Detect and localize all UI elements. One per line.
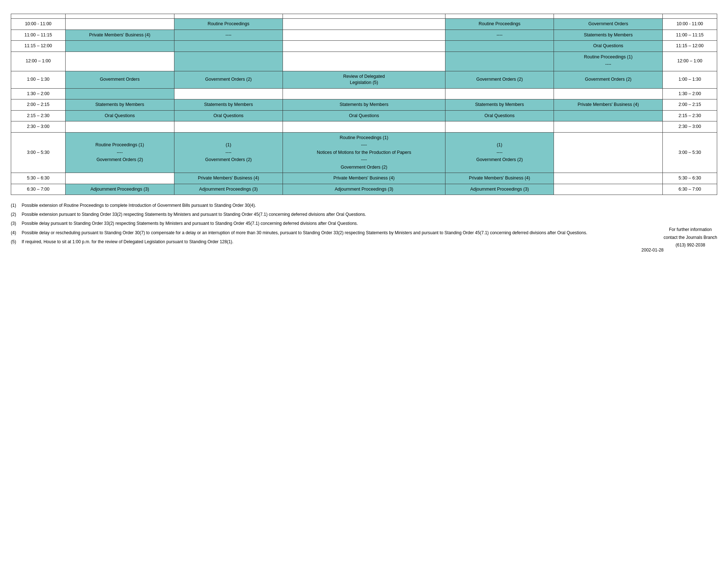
footnote-item: (4)Possible delay or rescheduling pursua…	[11, 230, 717, 236]
cell-line: (1)	[177, 142, 280, 148]
footnote-text: Possible delay or rescheduling pursuant …	[22, 230, 717, 236]
cell-line: ----	[286, 142, 442, 148]
footnote-item: (5)If required, House to sit at 1:00 p.m…	[11, 239, 717, 245]
cell-line: Routine Proceedings (1)	[286, 135, 442, 141]
footnote-number: (4)	[11, 230, 22, 236]
table-row: 3:00 – 5:30Routine Proceedings (1)----Go…	[11, 132, 717, 173]
footnote-text: Possible delay pursuant to Standing Orde…	[22, 220, 717, 227]
col-header-hours2	[663, 14, 717, 19]
col-header-friday	[554, 14, 663, 19]
hours-cell-repeat: 6:30 – 7:00	[663, 184, 717, 195]
cell-line: Legislation (5)	[286, 80, 442, 86]
header-row	[11, 14, 717, 19]
cell-line: ----	[557, 61, 660, 68]
table-row: 5:30 – 6:30Private Members' Business (4)…	[11, 173, 717, 184]
hours-cell-repeat: 1:00 – 1:30	[663, 71, 717, 88]
col-header-thursday	[445, 14, 554, 19]
cell-line: Notices of Motions for the Production of…	[286, 150, 442, 156]
hours-cell-repeat: 11:00 – 11:15	[663, 30, 717, 41]
hours-cell: 2:00 – 2:15	[11, 99, 66, 111]
hours-cell-repeat: 2:00 – 2:15	[663, 99, 717, 111]
col-header-tuesday	[174, 14, 283, 19]
cell-line: Review of Delegated	[286, 74, 442, 80]
hours-cell: 11:00 – 11:15	[11, 30, 66, 41]
footnote-item: (2)Possible extension pursuant to Standi…	[11, 211, 717, 218]
hours-cell-repeat: 5:30 – 6:30	[663, 173, 717, 184]
table-row: 10:00 - 11:00Routine ProceedingsRoutine …	[11, 19, 717, 30]
hours-cell: 10:00 - 11:00	[11, 19, 66, 30]
hours-cell-repeat: 2:30 – 3:00	[663, 121, 717, 133]
hours-cell: 11:15 – 12:00	[11, 41, 66, 52]
footnote-number: (1)	[11, 202, 22, 209]
hours-cell: 3:00 – 5:30	[11, 132, 66, 173]
footnote-text: Possible extension pursuant to Standing …	[22, 211, 717, 218]
col-header-hours1	[11, 14, 66, 19]
footnote-item: (3)Possible delay pursuant to Standing O…	[11, 220, 717, 227]
footnote-item: (1)Possible extension of Routine Proceed…	[11, 202, 717, 209]
table-row: 2:30 – 3:002:30 – 3:00	[11, 121, 717, 133]
hours-cell: 1:30 – 2:00	[11, 88, 66, 99]
cell-line: ----	[448, 150, 551, 156]
schedule-table: 10:00 - 11:00Routine ProceedingsRoutine …	[11, 14, 717, 195]
hours-cell: 2:15 – 2:30	[11, 110, 66, 121]
col-header-wednesday	[283, 14, 445, 19]
cell-line: Government Orders (2)	[68, 157, 171, 163]
hours-cell: 5:30 – 6:30	[11, 173, 66, 184]
footnote-number: (5)	[11, 239, 22, 245]
table-row: 12:00 – 1:00Routine Proceedings (1)----1…	[11, 52, 717, 71]
table-row: 2:15 – 2:30Oral QuestionsOral QuestionsO…	[11, 110, 717, 121]
hours-cell: 2:30 – 3:00	[11, 121, 66, 133]
hours-cell: 12:00 – 1:00	[11, 52, 66, 71]
footnote-number: (3)	[11, 220, 22, 227]
hours-cell: 6:30 – 7:00	[11, 184, 66, 195]
cell-line: ----	[286, 157, 442, 163]
table-row: 1:30 – 2:001:30 – 2:00	[11, 88, 717, 99]
table-row: 6:30 – 7:00Adjournment Proceedings (3)Ad…	[11, 184, 717, 195]
table-row: 2:00 – 2:15Statements by MembersStatemen…	[11, 99, 717, 111]
table-row: 1:00 – 1:30Government OrdersGovernment O…	[11, 71, 717, 88]
cell-line: Government Orders (2)	[286, 164, 442, 171]
hours-cell-repeat: 12:00 – 1:00	[663, 52, 717, 71]
cell-line: Government Orders (2)	[448, 157, 551, 163]
hours-cell-repeat: 11:15 – 12:00	[663, 41, 717, 52]
col-header-monday	[65, 14, 174, 19]
cell-line: ----	[177, 150, 280, 156]
hours-cell-repeat: 3:00 – 5:30	[663, 132, 717, 173]
cell-line: Routine Proceedings (1)	[68, 142, 171, 148]
footnote-text: If required, House to sit at 1:00 p.m. f…	[22, 239, 717, 245]
table-row: 11:15 – 12:00Oral Questions11:15 – 12:00	[11, 41, 717, 52]
footnote-text: Possible extension of Routine Proceeding…	[22, 202, 717, 209]
hours-cell-repeat: 1:30 – 2:00	[663, 88, 717, 99]
cell-line: (1)	[448, 142, 551, 148]
footnote-number: (2)	[11, 211, 22, 218]
footnotes-section: (1)Possible extension of Routine Proceed…	[11, 202, 717, 245]
table-row: 11:00 – 11:15Private Members' Business (…	[11, 30, 717, 41]
hours-cell: 1:00 – 1:30	[11, 71, 66, 88]
date-stamp: 2002-01-28	[11, 248, 717, 253]
hours-cell-repeat: 10:00 - 11:00	[663, 19, 717, 30]
cell-line: Government Orders (2)	[177, 157, 280, 163]
hours-cell-repeat: 2:15 – 2:30	[663, 110, 717, 121]
cell-line: ----	[68, 150, 171, 156]
cell-line: Routine Proceedings (1)	[557, 54, 660, 61]
